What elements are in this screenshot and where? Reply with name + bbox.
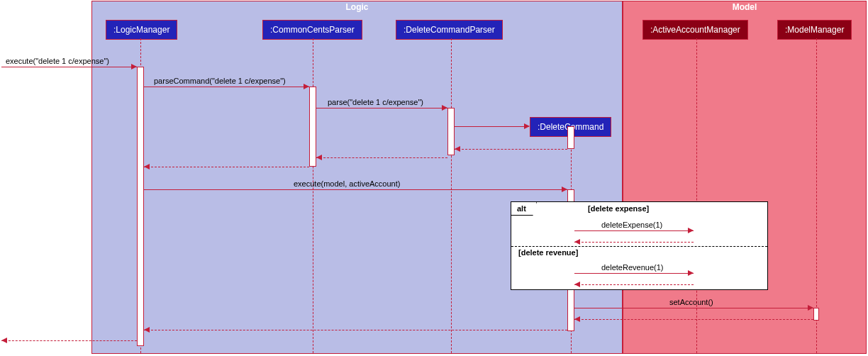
returnhead-dc-to-lm	[144, 327, 150, 333]
activation-common-cents-parser	[309, 87, 316, 167]
arrowhead-set-account	[808, 305, 813, 311]
msg-set-account: setAccount()	[669, 298, 713, 306]
returnhead-lm-external	[1, 338, 7, 343]
arrow-parse	[316, 108, 447, 109]
participant-logic-manager: :LogicManager	[106, 20, 177, 40]
return-cc-to-lm	[144, 167, 309, 167]
return-dc-to-lm	[144, 330, 567, 330]
returnhead-parser-to-cc	[316, 155, 322, 160]
activation-model-manager	[813, 308, 819, 321]
activation-delete-command-parser	[447, 108, 455, 155]
return-delete-expense	[574, 242, 694, 243]
return-lm-external	[1, 340, 137, 341]
return-delete-revenue	[574, 284, 694, 285]
arrow-execute1	[1, 67, 137, 67]
msg-execute2: execute(model, activeAccount)	[294, 179, 400, 188]
model-frame: Model	[623, 1, 867, 354]
arrowhead-parse-command	[304, 84, 309, 89]
msg-delete-expense: deleteExpense(1)	[601, 221, 662, 229]
participant-model-manager: :ModelManager	[777, 20, 852, 40]
arrow-create-delete-command	[455, 126, 529, 127]
arrowhead-create-delete-command	[524, 123, 530, 129]
msg-parse-command: parseCommand("delete 1 c/expense")	[154, 77, 286, 85]
returnhead-cc-to-lm	[144, 164, 150, 169]
returnhead-dc-to-parser	[455, 146, 460, 152]
alt-cond2: [delete revenue]	[518, 248, 578, 257]
activation-logic-manager	[137, 67, 144, 346]
return-parser-to-cc	[316, 157, 447, 158]
arrow-parse-command	[144, 87, 309, 87]
arrow-delete-expense	[574, 230, 694, 231]
arrow-delete-revenue	[574, 273, 694, 274]
arrowhead-execute1	[131, 64, 137, 69]
msg-execute1: execute("delete 1 c/expense")	[6, 57, 109, 65]
arrow-execute2	[144, 189, 567, 190]
return-dc-to-parser	[455, 149, 567, 150]
returnhead-delete-revenue	[574, 282, 580, 287]
alt-fragment: alt [delete expense] [delete revenue]	[511, 201, 768, 290]
participant-common-cents-parser: :CommonCentsParser	[262, 20, 362, 40]
lifeline-model-manager	[816, 38, 817, 353]
logic-frame: Logic	[91, 1, 623, 354]
msg-delete-revenue: deleteRevenue(1)	[601, 263, 663, 272]
alt-divider	[511, 246, 767, 247]
model-frame-title: Model	[727, 1, 763, 13]
participant-delete-command-parser: :DeleteCommandParser	[396, 20, 503, 40]
participant-active-account-manager: :ActiveAccountManager	[642, 20, 748, 40]
return-set-account	[574, 319, 813, 320]
returnhead-set-account	[574, 316, 580, 322]
lifeline-delete-command-parser	[451, 38, 452, 353]
activation-delete-command-1	[567, 126, 574, 149]
arrowhead-delete-revenue	[688, 270, 694, 276]
lifeline-common-cents-parser	[313, 38, 313, 353]
returnhead-delete-expense	[574, 239, 580, 245]
arrowhead-execute2	[562, 187, 567, 192]
arrowhead-parse	[442, 105, 447, 111]
logic-frame-title: Logic	[340, 1, 374, 13]
arrow-set-account	[574, 308, 813, 308]
arrowhead-delete-expense	[688, 228, 694, 233]
alt-label: alt	[511, 202, 537, 216]
msg-parse: parse("delete 1 c/expense")	[328, 98, 423, 106]
alt-cond1: [delete expense]	[588, 204, 649, 213]
